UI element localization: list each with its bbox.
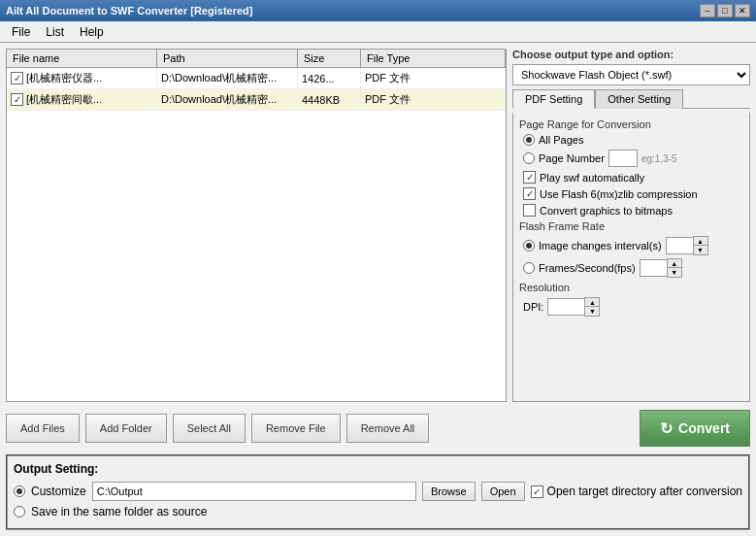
remove-all-button[interactable]: Remove All <box>346 414 430 443</box>
convert-button[interactable]: ↻ Convert <box>640 410 750 447</box>
save-same-row: Save in the same folder as source <box>14 505 742 519</box>
title-text: Ailt All Document to SWF Converter [Regi… <box>6 5 252 17</box>
table-row[interactable]: [机械精密仪器... D:\Download\机械精密... 1426... P… <box>7 68 506 89</box>
spin-down-image-changes[interactable]: ▼ <box>694 246 707 254</box>
customize-row: Customize Browse Open Open target direct… <box>14 482 742 501</box>
radio-image-changes-label: Image changes interval(s) <box>539 240 662 251</box>
checkbox-play-swf[interactable] <box>523 171 536 184</box>
output-type-select-wrapper: Shockwave Flash Object (*.swf) <box>512 64 750 85</box>
menu-file[interactable]: File <box>4 23 38 41</box>
minimize-button[interactable]: – <box>700 4 715 17</box>
output-type-select[interactable]: Shockwave Flash Object (*.swf) <box>512 64 750 85</box>
checkbox-convert-graphics-row: Convert graphics to bitmaps <box>523 204 743 217</box>
table-row[interactable]: [机械精密间歇... D:\Download\机械精密... 4448KB PD… <box>7 89 506 111</box>
file-row-type-1: PDF 文件 <box>361 89 506 111</box>
checkbox-open-target[interactable] <box>531 486 543 498</box>
dpi-row: DPI: 120 ▲ ▼ <box>523 297 743 317</box>
menu-bar: File List Help <box>0 21 756 43</box>
browse-button[interactable]: Browse <box>422 482 476 501</box>
file-table-header: File name Path Size File Type <box>7 50 506 68</box>
title-controls: – □ ✕ <box>700 4 750 17</box>
checkbox-play-swf-label: Play swf automatically <box>540 172 644 184</box>
spinbox-fps-arrows: ▲ ▼ <box>667 258 682 278</box>
spinbox-fps: 2 ▲ ▼ <box>640 258 682 278</box>
main-window: File name Path Size File Type [机械精密仪器...… <box>0 43 756 536</box>
file-row-size-0: 1426... <box>298 68 361 89</box>
save-same-label: Save in the same folder as source <box>31 505 207 519</box>
file-list-panel: File name Path Size File Type [机械精密仪器...… <box>6 49 507 402</box>
file-row-path-0: D:\Download\机械精密... <box>157 68 298 89</box>
spinbox-dpi-arrows: ▲ ▼ <box>584 297 600 317</box>
file-row-size-1: 4448KB <box>298 89 361 111</box>
checkbox-flash-zlib-label: Use Flash 6(mx)zlib compression <box>540 188 698 200</box>
spin-down-dpi[interactable]: ▼ <box>585 307 599 316</box>
open-target-row: Open target directory after conversion <box>531 485 742 498</box>
open-target-label: Open target directory after conversion <box>547 485 742 498</box>
title-bar: Ailt All Document to SWF Converter [Regi… <box>0 0 756 21</box>
checkbox-flash-zlib[interactable] <box>523 187 536 200</box>
page-range-label: Page Range for Conversion <box>519 118 743 130</box>
remove-file-button[interactable]: Remove File <box>251 414 341 443</box>
spinbox-image-changes-input[interactable]: 1 <box>666 237 693 254</box>
checkbox-flash-zlib-row: Use Flash 6(mx)zlib compression <box>523 187 743 200</box>
tab-pdf-setting[interactable]: PDF Setting <box>512 89 595 109</box>
spin-down-fps[interactable]: ▼ <box>668 268 681 277</box>
radio-all-pages-label: All Pages <box>539 134 583 146</box>
col-filename: File name <box>7 50 157 67</box>
add-files-button[interactable]: Add Files <box>6 414 80 443</box>
menu-help[interactable]: Help <box>72 23 112 41</box>
radio-fps-label: Frames/Second(fps) <box>539 262 636 274</box>
settings-panel: Choose output type and option: Shockwave… <box>512 49 750 402</box>
radio-customize[interactable] <box>14 486 25 497</box>
spin-up-fps[interactable]: ▲ <box>668 259 681 268</box>
settings-tabs: PDF Setting Other Setting <box>512 89 750 109</box>
spinbox-dpi: 120 ▲ ▼ <box>547 297 600 317</box>
settings-content: Page Range for Conversion All Pages Page… <box>512 113 750 402</box>
spinbox-dpi-input[interactable]: 120 <box>547 298 584 316</box>
close-button[interactable]: ✕ <box>735 4 750 17</box>
checkbox-convert-graphics[interactable] <box>523 204 536 217</box>
spinbox-image-changes: 1 ▲ ▼ <box>666 236 708 255</box>
spin-up-dpi[interactable]: ▲ <box>585 298 599 307</box>
action-buttons-row: Add Files Add Folder Select All Remove F… <box>6 408 750 449</box>
file-row-name-0: [机械精密仪器... <box>7 68 157 89</box>
file-row-type-0: PDF 文件 <box>361 68 506 89</box>
page-number-input[interactable] <box>608 150 638 167</box>
eg-text: eg:1,3-5 <box>641 153 677 164</box>
file-row-path-1: D:\Download\机械精密... <box>157 89 298 111</box>
col-filetype: File Type <box>361 50 506 67</box>
col-path: Path <box>157 50 298 67</box>
spin-up-image-changes[interactable]: ▲ <box>694 237 707 246</box>
customize-label: Customize <box>31 485 86 498</box>
spinbox-fps-row: Frames/Second(fps) 2 ▲ ▼ <box>523 258 743 278</box>
checkbox-convert-graphics-label: Convert graphics to bitmaps <box>540 205 673 217</box>
col-size: Size <box>298 50 361 67</box>
radio-fps[interactable] <box>523 262 535 274</box>
file-checkbox-1[interactable] <box>11 93 23 106</box>
flash-frame-rate-label: Flash Frame Rate <box>519 220 743 232</box>
radio-save-same[interactable] <box>14 506 25 518</box>
output-path-input[interactable] <box>92 482 416 501</box>
spinbox-fps-input[interactable]: 2 <box>640 259 667 277</box>
tab-other-setting[interactable]: Other Setting <box>595 89 683 109</box>
output-type-label: Choose output type and option: <box>512 49 750 60</box>
open-button[interactable]: Open <box>481 482 525 501</box>
radio-page-number[interactable] <box>523 152 535 164</box>
radio-all-pages[interactable] <box>523 134 535 146</box>
checkbox-play-swf-row: Play swf automatically <box>523 171 743 184</box>
file-table-body: [机械精密仪器... D:\Download\机械精密... 1426... P… <box>7 68 506 401</box>
select-all-button[interactable]: Select All <box>173 414 246 443</box>
menu-list[interactable]: List <box>38 23 72 41</box>
radio-page-number-label: Page Number <box>539 152 605 164</box>
spinbox-image-changes-row: Image changes interval(s) 1 ▲ ▼ <box>523 236 743 255</box>
file-row-name-1: [机械精密间歇... <box>7 89 157 111</box>
add-folder-button[interactable]: Add Folder <box>85 414 167 443</box>
radio-page-number-row: Page Number eg:1,3-5 <box>523 150 743 167</box>
maximize-button[interactable]: □ <box>717 4 733 17</box>
file-checkbox-0[interactable] <box>11 72 23 84</box>
dpi-label: DPI: <box>523 301 543 313</box>
output-settings-title: Output Setting: <box>14 462 742 476</box>
radio-image-changes[interactable] <box>523 240 535 251</box>
resolution-label: Resolution <box>519 282 743 293</box>
radio-all-pages-row: All Pages <box>523 134 743 146</box>
